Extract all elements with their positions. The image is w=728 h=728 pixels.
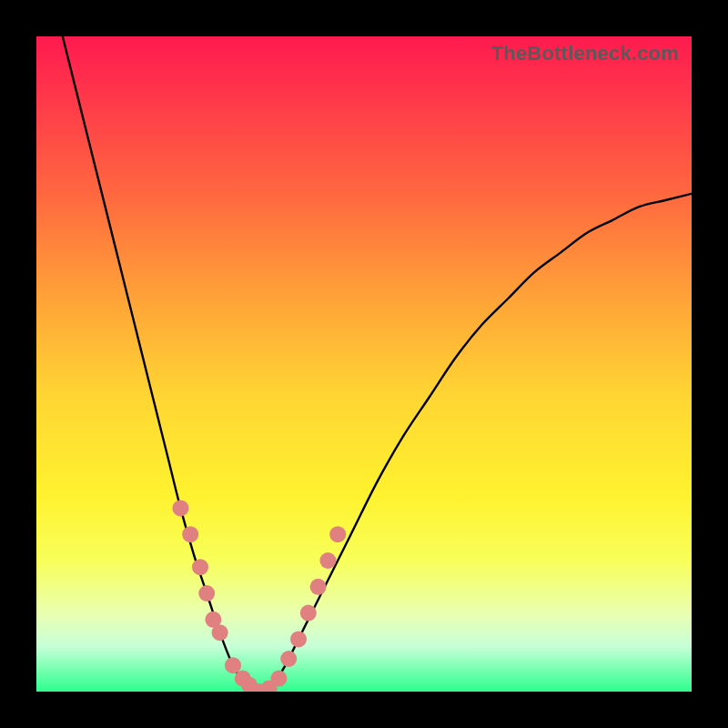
- marker-dot: [225, 657, 241, 673]
- marker-dot: [172, 500, 188, 516]
- marker-dot: [192, 559, 208, 575]
- marker-dot: [319, 552, 336, 569]
- marker-dot: [280, 651, 297, 667]
- chart-frame: TheBottleneck.com: [0, 0, 728, 728]
- marker-dot: [270, 671, 287, 687]
- marker-dot: [182, 526, 198, 542]
- marker-dot: [212, 624, 228, 641]
- marker-dot: [310, 579, 327, 595]
- marker-dot: [329, 526, 346, 542]
- marker-dot: [290, 631, 307, 647]
- bottleneck-curve: [63, 36, 692, 692]
- curve-svg: [36, 36, 692, 692]
- marker-dot: [198, 585, 215, 602]
- marker-dot: [300, 605, 317, 622]
- plot-area: TheBottleneck.com: [36, 36, 692, 692]
